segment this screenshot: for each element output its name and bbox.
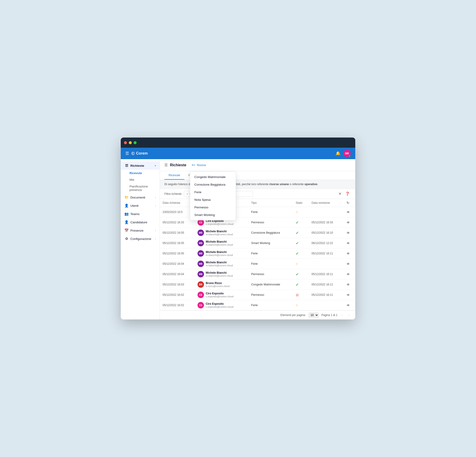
sidebar-sub-pianificazione[interactable]: Pianificazione presenza xyxy=(129,183,160,193)
sidebar-item-richieste[interactable]: ☰ Richieste ▾ xyxy=(121,162,160,170)
cell-revision xyxy=(309,259,344,269)
cell-revision: 05/12/2022 16:11 xyxy=(309,269,344,279)
tab-ricevute[interactable]: Ricevute xyxy=(164,171,184,180)
new-icon: ≡+ xyxy=(192,163,196,167)
view-button[interactable]: 👁 xyxy=(347,241,350,245)
filter-icon: ≡ xyxy=(187,192,188,196)
status-pending-icon: ○ xyxy=(296,210,298,214)
status-approved-icon: ✔︎ xyxy=(296,221,299,224)
help-button[interactable]: ❓ xyxy=(344,191,351,197)
online-status-dot xyxy=(348,155,351,157)
content-icon: ☰ xyxy=(164,163,168,167)
table-row: 23/02/2023 10:5 CE Ciro Esposito c.espos… xyxy=(160,207,355,217)
bold-risorse: risorse umane xyxy=(269,183,289,186)
author-email: m.bianchi@corem.cloud xyxy=(206,243,233,246)
chevron-right-icon-4: › xyxy=(155,238,156,240)
dropdown-item-nota-spesa[interactable]: Nota Spesa xyxy=(190,196,236,204)
clear-filter-button[interactable]: ✕ xyxy=(338,191,342,197)
cell-action: 👁 xyxy=(344,248,355,259)
chevron-right-icon-2: › xyxy=(155,205,156,207)
cell-action: 👁 xyxy=(344,269,355,279)
sidebar-item-presenze[interactable]: 📅 Presenze › xyxy=(121,226,160,235)
cell-date: 05/12/2022 16:04 xyxy=(160,269,195,279)
per-page-select[interactable]: 10 25 50 xyxy=(309,313,319,318)
table-row: 05/12/2022 16:05 MB Michele Bianchi m.bi… xyxy=(160,238,355,248)
top-navbar: ☰ © Corem 🔔 MR xyxy=(121,148,355,159)
prev-page-button[interactable]: ‹ xyxy=(340,313,344,317)
brand-icon: © xyxy=(131,151,135,156)
cell-status: ⊘ xyxy=(293,290,309,300)
presenze-icon: 📅 xyxy=(124,228,128,233)
author-avatar: MB xyxy=(197,250,204,257)
table-row: 05/12/2022 16:33 CE Ciro Esposito c.espo… xyxy=(160,217,355,228)
content-header: ☰ Richieste ≡+ Nuova Congedo Matrimonial… xyxy=(160,159,355,171)
sidebar-item-candidature[interactable]: 👤 Candidature xyxy=(121,218,160,226)
minimize-button[interactable] xyxy=(129,141,132,144)
sidebar-item-teams[interactable]: 👥 Teams xyxy=(121,210,160,218)
sidebar-sub-ricevute[interactable]: Ricevute xyxy=(129,170,160,176)
col-refresh: ↻ xyxy=(344,199,355,207)
view-button[interactable]: 👁 xyxy=(347,221,350,224)
dropdown-item-ferie[interactable]: Ferie xyxy=(190,188,236,196)
cell-type: Congedo Matrimoniale xyxy=(248,279,293,290)
cell-type: Permesso xyxy=(248,217,293,228)
new-request-dropdown: Congedo Matrimoniale Correzione Beggiatu… xyxy=(190,172,236,220)
new-button-label: Nuova xyxy=(197,163,206,167)
view-button[interactable]: 👁 xyxy=(347,283,350,287)
dropdown-item-smart-working[interactable]: Smart Working xyxy=(190,211,236,219)
view-button[interactable]: 👁 xyxy=(347,262,350,266)
sidebar-item-documenti[interactable]: 📁 Documenti › xyxy=(121,193,160,201)
requests-table-container: Data richiesta Autore Tipo Stato Data re… xyxy=(160,199,355,310)
cell-status: ○ xyxy=(293,300,309,310)
user-avatar[interactable]: MR xyxy=(343,150,351,157)
cell-author: MB Michele Bianchi m.bianchi@corem.cloud xyxy=(195,238,249,248)
sidebar-label-documenti: Documenti xyxy=(130,196,145,199)
author-email: m.bianchi@corem.cloud xyxy=(206,254,233,257)
refresh-button[interactable]: ↻ xyxy=(347,201,349,205)
table-row: 05/12/2022 16:02 CE Ciro Esposito c.espo… xyxy=(160,290,355,300)
new-request-button[interactable]: ≡+ Nuova xyxy=(190,162,208,168)
table-row: 05/12/2022 16:05 MB Michele Bianchi m.bi… xyxy=(160,228,355,238)
cell-type: Permesso xyxy=(248,269,293,279)
sidebar-label-candidature: Candidature xyxy=(130,221,147,224)
cell-author: MB Michele Bianchi m.bianchi@corem.cloud xyxy=(195,228,249,238)
cell-date: 05/12/2022 16:05 xyxy=(160,228,195,238)
view-button[interactable]: 👁 xyxy=(347,231,350,235)
notification-bell-icon[interactable]: 🔔 xyxy=(335,151,340,156)
cell-revision: 05/12/2022 16:11 xyxy=(309,248,344,259)
view-button[interactable]: 👁 xyxy=(347,252,350,256)
cell-revision: 05/12/2022 16:11 xyxy=(309,290,344,300)
cell-status: ✔︎ xyxy=(293,269,309,279)
utenti-icon: 👤 xyxy=(124,204,128,208)
dropdown-item-correzione[interactable]: Correzione Beggiatura xyxy=(190,181,236,188)
view-button[interactable]: 👁 xyxy=(347,210,350,214)
status-pending-icon: ○ xyxy=(296,262,298,266)
menu-toggle-icon[interactable]: ☰ xyxy=(125,151,129,156)
author-name: Michele Bianchi xyxy=(206,250,233,254)
cell-date: 05/12/2022 16:02 xyxy=(160,300,195,310)
status-rejected-icon: ⊘ xyxy=(296,293,299,297)
documenti-icon: 📁 xyxy=(124,195,128,199)
dropdown-item-congedo[interactable]: Congedo Matrimoniale xyxy=(190,173,236,181)
author-avatar: CE xyxy=(197,292,204,298)
table-row: 05/12/2022 16:05 MB Michele Bianchi m.bi… xyxy=(160,248,355,259)
view-button[interactable]: 👁 xyxy=(347,293,350,297)
requests-table: Data richiesta Autore Tipo Stato Data re… xyxy=(160,199,355,310)
view-button[interactable]: 👁 xyxy=(347,303,350,307)
sidebar-item-utenti[interactable]: 👤 Utenti › xyxy=(121,201,160,210)
maximize-button[interactable] xyxy=(134,141,136,144)
sidebar-label-teams: Teams xyxy=(130,212,140,216)
cell-author: MB Michele Bianchi m.bianchi@corem.cloud xyxy=(195,269,249,279)
view-button[interactable]: 👁 xyxy=(347,272,350,276)
cell-revision: 05/12/2022 16:10 xyxy=(309,228,344,238)
cell-status: ✔︎ xyxy=(293,228,309,238)
sidebar-item-configurazione[interactable]: ⚙ Configurazione › xyxy=(121,235,160,243)
next-page-button[interactable]: › xyxy=(347,313,351,317)
sidebar-sub-mie[interactable]: Mie xyxy=(129,176,160,183)
content-area: ☰ Richieste ≡+ Nuova Congedo Matrimonial… xyxy=(160,159,355,319)
cell-date: 05/12/2022 16:33 xyxy=(160,217,195,228)
cell-revision xyxy=(309,300,344,310)
close-button[interactable] xyxy=(124,141,127,144)
tab-bar: Ricevute Pianificazione presenza xyxy=(160,171,355,180)
dropdown-item-permesso[interactable]: Permesso xyxy=(190,204,236,211)
